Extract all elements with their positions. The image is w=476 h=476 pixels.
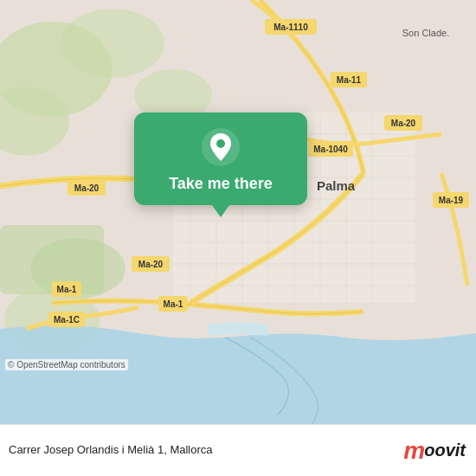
address-text: Carrer Josep Orlandis i Melià 1, Mallorc… bbox=[9, 443, 403, 458]
moovit-text: oovit bbox=[424, 441, 466, 460]
take-me-there-button[interactable]: Take me there bbox=[134, 113, 307, 205]
svg-text:Ma-20: Ma-20 bbox=[138, 260, 164, 269]
svg-text:Ma-1040: Ma-1040 bbox=[313, 145, 348, 154]
svg-text:Ma-1: Ma-1 bbox=[57, 285, 77, 294]
svg-text:Son Clade.: Son Clade. bbox=[402, 28, 449, 38]
svg-text:Ma-1C: Ma-1C bbox=[54, 315, 80, 325]
svg-text:Ma-1: Ma-1 bbox=[164, 299, 183, 309]
svg-text:Palma: Palma bbox=[317, 178, 356, 193]
take-me-there-label: Take me there bbox=[169, 175, 273, 193]
moovit-m-letter: m bbox=[403, 437, 424, 465]
moovit-logo: m oovit bbox=[403, 437, 466, 465]
svg-point-48 bbox=[216, 139, 225, 148]
bottom-bar: Carrer Josep Orlandis i Melià 1, Mallorc… bbox=[0, 424, 476, 476]
svg-text:Ma-20: Ma-20 bbox=[391, 119, 416, 128]
svg-text:Ma-11: Ma-11 bbox=[337, 75, 362, 85]
osm-attribution: © OpenStreetMap contributors bbox=[5, 359, 128, 370]
svg-text:Ma-20: Ma-20 bbox=[74, 183, 100, 193]
location-pin-icon bbox=[202, 128, 240, 166]
osm-attribution-text: © OpenStreetMap contributors bbox=[8, 360, 125, 370]
svg-text:Ma-19: Ma-19 bbox=[439, 196, 464, 205]
svg-point-3 bbox=[61, 9, 164, 78]
map-container: Ma-1110 Ma-11 Ma-20 Ma-1040 Ma-19 Ma-20 … bbox=[0, 0, 476, 424]
svg-text:Ma-1110: Ma-1110 bbox=[273, 23, 308, 32]
